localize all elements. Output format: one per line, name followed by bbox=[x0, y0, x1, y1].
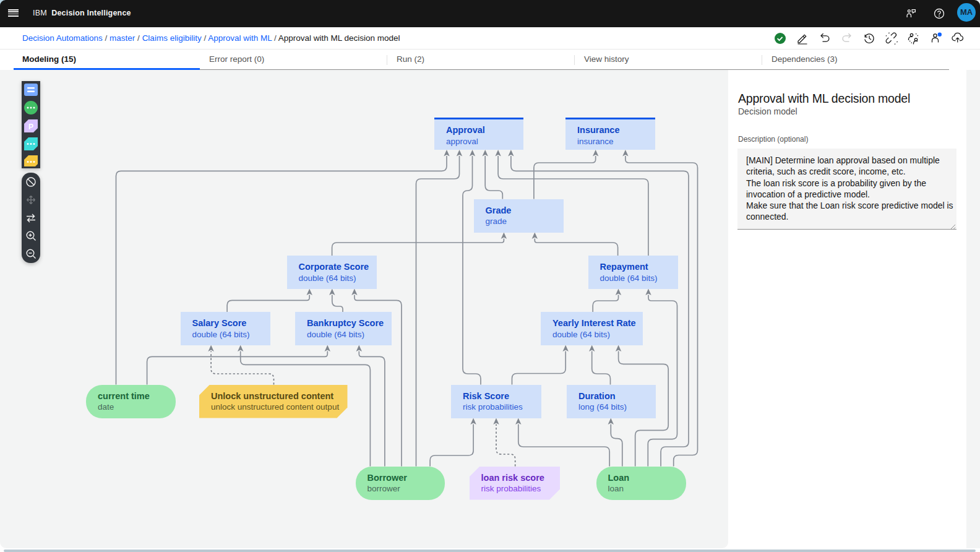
svg-text:P: P bbox=[28, 123, 33, 131]
